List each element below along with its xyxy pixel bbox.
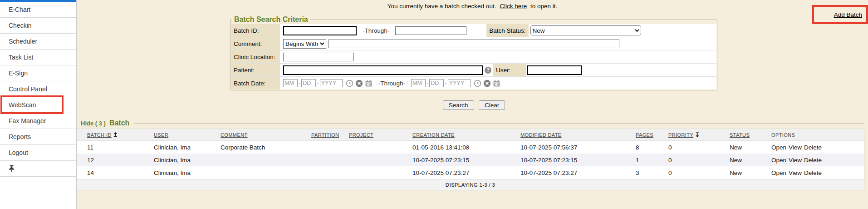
- patient-input[interactable]: [283, 65, 483, 75]
- column-header-status[interactable]: STATUS: [728, 132, 770, 138]
- pin-icon[interactable]: [9, 165, 15, 172]
- through-label-date: -Through-: [378, 80, 405, 87]
- comment-label: Comment:: [231, 37, 280, 50]
- sidebar-item-task-list[interactable]: Task List: [0, 50, 76, 65]
- view-link[interactable]: View: [789, 157, 802, 164]
- criteria-legend: Batch Search Criteria: [232, 15, 310, 24]
- clear-date-icon[interactable]: [355, 80, 363, 87]
- open-link[interactable]: Open: [771, 169, 786, 176]
- column-header-comment[interactable]: COMMENT: [219, 132, 310, 138]
- table-row: 11Clinician, ImaCorporate Batch01-05-201…: [77, 141, 864, 154]
- cell-id: 12: [77, 157, 152, 164]
- clear-date-icon[interactable]: [483, 80, 491, 87]
- sidebar-item-label: E-Sign: [9, 70, 28, 77]
- sidebar-item-fax-manager[interactable]: Fax Manager: [0, 113, 76, 129]
- sidebar-item-e-chart[interactable]: E-Chart: [0, 2, 76, 18]
- open-link[interactable]: Open: [771, 144, 786, 151]
- comment-match-select[interactable]: Begins With: [283, 39, 326, 49]
- sidebar-item-label: Reports: [9, 133, 31, 140]
- sidebar-item-label: Checkin: [9, 22, 32, 29]
- cell-created: 10-07-2025 07:23:27: [411, 169, 519, 176]
- calendar-icon[interactable]: [493, 80, 500, 87]
- cell-pages: 8: [634, 144, 667, 151]
- cell-user: Clinician, Ima: [152, 144, 219, 151]
- sidebar-item-scheduler[interactable]: Scheduler: [0, 34, 76, 50]
- search-button[interactable]: Search: [443, 100, 474, 110]
- column-header-creation-date[interactable]: CREATION DATE: [411, 132, 519, 138]
- calendar-icon[interactable]: [365, 80, 373, 87]
- sort-ascending-icon: ↥: [113, 131, 118, 138]
- batch-date-to-month-input[interactable]: [411, 79, 426, 87]
- column-header-project[interactable]: PROJECT: [348, 132, 411, 138]
- batch-table-body: 11Clinician, ImaCorporate Batch01-05-201…: [77, 141, 864, 179]
- clinic-location-label: Clinic Location:: [231, 50, 280, 63]
- clock-icon[interactable]: [474, 80, 481, 87]
- view-link[interactable]: View: [789, 169, 802, 176]
- cell-id: 14: [77, 169, 152, 176]
- batch-table-header: BATCH ID↥USERCOMMENTPARTITIONPROJECTCREA…: [77, 129, 864, 141]
- batch-status-label: Batch Status:: [486, 24, 528, 37]
- sidebar-pin-row[interactable]: [0, 161, 76, 177]
- comment-input[interactable]: [328, 40, 619, 48]
- cell-pages: 3: [634, 169, 667, 176]
- add-batch-link[interactable]: Add Batch: [834, 11, 862, 18]
- cell-priority: 0: [667, 169, 728, 176]
- cell-id: 11: [77, 144, 152, 151]
- legend-rule: [134, 123, 864, 124]
- batch-date-from-day-input[interactable]: [301, 79, 316, 87]
- checkout-message-suffix: to open it.: [530, 3, 557, 10]
- column-header-partition[interactable]: PARTITION: [310, 132, 348, 138]
- batch-date-to-year-input[interactable]: [448, 79, 471, 87]
- hide-link[interactable]: Hide ( 3 ): [81, 120, 106, 127]
- criteria-row-comment: Comment: Begins With: [231, 37, 716, 50]
- sidebar-item-logout[interactable]: Logout: [0, 145, 76, 161]
- column-header-pages[interactable]: PAGES: [634, 132, 667, 138]
- through-label: -Through-: [363, 27, 389, 34]
- batch-id-label: Batch ID:: [231, 24, 280, 37]
- batch-id-from-input[interactable]: [283, 26, 357, 35]
- click-here-link[interactable]: Click here: [500, 3, 527, 10]
- cell-priority: 0: [667, 157, 728, 164]
- cell-modified: 10-07-2025 07:23:27: [519, 169, 634, 176]
- sidebar-item-label: Fax Manager: [9, 117, 46, 124]
- cell-status: New: [728, 157, 770, 164]
- column-header-priority[interactable]: PRIORITY↧: [667, 131, 728, 138]
- sidebar-item-label: WebScan: [9, 101, 36, 109]
- sidebar-item-e-sign[interactable]: E-Sign: [0, 65, 76, 81]
- open-link[interactable]: Open: [771, 157, 786, 164]
- cell-options: OpenViewDelete: [770, 157, 864, 164]
- view-link[interactable]: View: [789, 144, 802, 151]
- clinic-location-input[interactable]: [283, 53, 354, 61]
- column-header-modified-date[interactable]: MODIFIED DATE: [519, 132, 634, 138]
- delete-link[interactable]: Delete: [804, 157, 822, 164]
- criteria-buttons: Search Clear: [230, 100, 717, 110]
- criteria-row-clinic-location: Clinic Location:: [231, 50, 716, 63]
- batch-date-from-year-input[interactable]: [320, 79, 343, 87]
- user-input[interactable]: [527, 65, 582, 75]
- cell-priority: 0: [667, 144, 728, 151]
- delete-link[interactable]: Delete: [804, 169, 822, 176]
- cell-pages: 1: [634, 157, 667, 164]
- sidebar-item-webscan[interactable]: WebScan: [0, 97, 76, 113]
- cell-created: 01-05-2016 13:41:08: [411, 144, 519, 151]
- clock-icon[interactable]: [346, 80, 353, 87]
- cell-options: OpenViewDelete: [770, 169, 864, 176]
- batch-date-to-day-input[interactable]: [429, 79, 444, 87]
- batch-date-from-month-input[interactable]: [283, 79, 298, 87]
- sidebar-item-label: Scheduler: [9, 38, 37, 45]
- sidebar-item-control-panel[interactable]: Control Panel: [0, 81, 76, 97]
- cell-user: Clinician, Ima: [152, 157, 219, 164]
- column-header-batch-id[interactable]: BATCH ID↥: [77, 131, 152, 138]
- clear-button[interactable]: Clear: [479, 100, 505, 110]
- sidebar-item-checkin[interactable]: Checkin: [0, 18, 76, 34]
- sidebar-item-reports[interactable]: Reports: [0, 129, 76, 145]
- batch-id-to-input[interactable]: [395, 26, 466, 35]
- batch-status-select[interactable]: New: [530, 25, 641, 35]
- patient-label: Patient:: [231, 64, 280, 76]
- user-label: User:: [493, 64, 526, 76]
- sidebar-nav: E-ChartCheckinSchedulerTask ListE-SignCo…: [0, 2, 76, 161]
- delete-link[interactable]: Delete: [804, 144, 822, 151]
- help-icon[interactable]: ?: [485, 67, 491, 74]
- column-header-user[interactable]: USER: [152, 132, 219, 138]
- cell-status: New: [728, 169, 770, 176]
